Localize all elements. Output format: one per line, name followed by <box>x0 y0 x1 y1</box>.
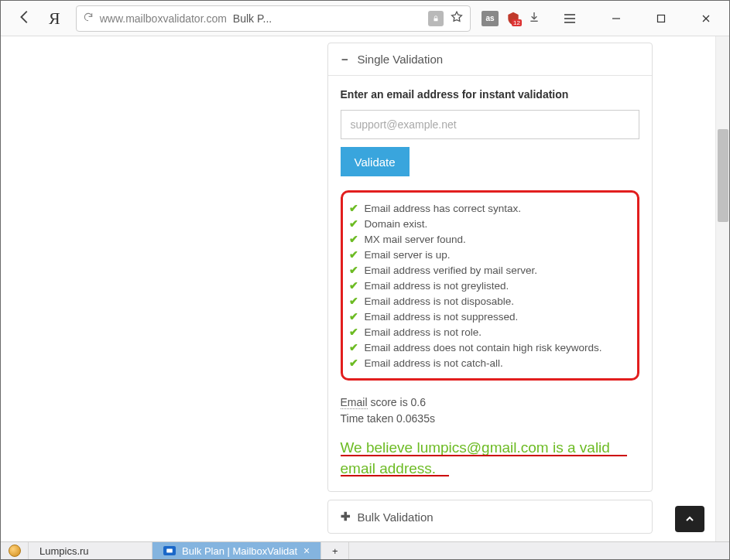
reload-icon[interactable] <box>83 12 94 26</box>
vertical-scrollbar[interactable] <box>715 36 729 541</box>
verdict-text: We believe lumpics@gmail.com is a valid … <box>341 438 639 479</box>
bookmark-star-icon[interactable] <box>450 10 464 27</box>
scroll-thumb[interactable] <box>718 129 728 222</box>
menu-button[interactable] <box>551 1 588 36</box>
check-icon: ✔ <box>348 233 360 245</box>
time-taken: Time taken 0.0635s <box>341 412 435 425</box>
window-minimize-button[interactable] <box>599 1 633 36</box>
window-maximize-button[interactable] <box>644 1 678 36</box>
titlebar: Я www.mailboxvalidator.com Bulk P... as … <box>1 1 729 36</box>
check-icon: ✔ <box>348 295 360 307</box>
check-icon: ✔ <box>348 264 360 276</box>
orb-icon <box>9 545 21 557</box>
nav-back-button[interactable] <box>16 9 33 29</box>
expand-icon: ✚ <box>341 510 350 524</box>
underline-annotation <box>341 475 449 476</box>
result-row: ✔Email address is not suppressed. <box>348 309 631 324</box>
url-text: www.mailboxvalidator.com <box>100 12 227 25</box>
results-highlight-box: ✔Email address has correct syntax. ✔Doma… <box>341 190 639 381</box>
score-meta: Email score is 0.6 Time taken 0.0635s <box>341 394 639 427</box>
check-icon: ✔ <box>348 357 360 369</box>
yandex-logo[interactable]: Я <box>44 9 65 29</box>
bulk-validation-panel: ✚ Bulk Validation <box>327 500 653 534</box>
result-row: ✔Domain exist. <box>348 216 631 231</box>
tab-close-icon[interactable]: × <box>303 545 310 557</box>
check-icon: ✔ <box>348 341 360 353</box>
lastfm-extension-icon[interactable]: as <box>482 11 499 26</box>
taskbar: Lumpics.ru Bulk Plan | MailboxValidat × … <box>1 541 729 559</box>
result-row: ✔Email address is not role. <box>348 324 631 340</box>
window-close-button[interactable] <box>689 1 723 36</box>
result-row: ✔MX mail server found. <box>348 231 631 247</box>
svg-rect-5 <box>166 549 173 553</box>
panel-title: Single Validation <box>358 53 444 66</box>
panel-title: Bulk Validation <box>358 510 434 524</box>
ublock-extension-icon[interactable]: 12 <box>505 11 522 26</box>
result-row: ✔Email address does not contain high ris… <box>348 340 631 355</box>
result-row: ✔Email server is up. <box>348 247 631 262</box>
underline-annotation <box>341 455 627 456</box>
single-validation-header[interactable]: − Single Validation <box>328 43 652 76</box>
page-title-text: Bulk P... <box>233 12 272 25</box>
result-row: ✔Email address has correct syntax. <box>348 200 631 216</box>
content-area: − Single Validation Enter an email addre… <box>1 36 729 541</box>
score-value: score is 0.6 <box>368 396 426 408</box>
downloads-icon[interactable] <box>528 11 540 26</box>
result-row: ✔Email address is not greylisted. <box>348 278 631 293</box>
taskbar-tab-lumpics[interactable]: Lumpics.ru <box>29 542 153 559</box>
taskbar-new-tab-button[interactable]: + <box>321 542 349 559</box>
taskbar-tab-mailboxvalidator[interactable]: Bulk Plan | MailboxValidat × <box>153 542 321 559</box>
score-label: Email <box>341 396 368 409</box>
single-validation-panel: − Single Validation Enter an email addre… <box>327 43 653 492</box>
bulk-validation-header[interactable]: ✚ Bulk Validation <box>328 500 652 533</box>
email-input[interactable] <box>341 110 639 139</box>
result-row: ✔Email address verified by mail server. <box>348 262 631 278</box>
tab-label: Lumpics.ru <box>39 545 89 557</box>
scroll-to-top-button[interactable] <box>675 506 704 532</box>
extension-badge: 12 <box>512 19 522 26</box>
result-row: ✔Email address is not disposable. <box>348 293 631 309</box>
check-icon: ✔ <box>348 202 360 214</box>
check-icon: ✔ <box>348 310 360 323</box>
page-body: − Single Validation Enter an email addre… <box>1 36 715 541</box>
extensions: as 12 <box>482 11 540 26</box>
taskbar-start-button[interactable] <box>1 542 29 559</box>
result-row: ✔Email address is not catch-all. <box>348 355 631 370</box>
mail-icon <box>163 546 176 555</box>
validate-button[interactable]: Validate <box>341 147 410 176</box>
collapse-icon: − <box>341 53 350 66</box>
browser-window: Я www.mailboxvalidator.com Bulk P... as … <box>0 0 730 560</box>
check-icon: ✔ <box>348 217 360 230</box>
svg-rect-0 <box>434 18 438 21</box>
svg-rect-2 <box>658 15 665 22</box>
instruction-label: Enter an email address for instant valid… <box>341 88 639 101</box>
hamburger-icon <box>564 14 576 23</box>
tab-label: Bulk Plan | MailboxValidat <box>182 545 297 557</box>
lock-icon[interactable] <box>428 11 444 26</box>
check-icon: ✔ <box>348 248 360 261</box>
check-icon: ✔ <box>348 326 360 338</box>
check-icon: ✔ <box>348 279 360 292</box>
address-bar[interactable]: www.mailboxvalidator.com Bulk P... <box>76 5 471 32</box>
